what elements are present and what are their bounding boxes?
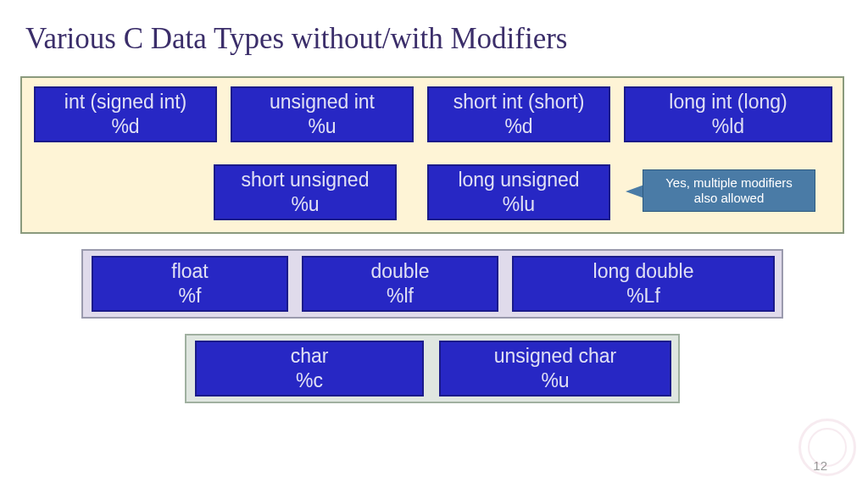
type-box-long-double: long double %Lf bbox=[512, 256, 775, 312]
type-box-char: char %c bbox=[195, 341, 424, 396]
type-format: %ld bbox=[712, 114, 744, 139]
type-name: unsigned int bbox=[270, 90, 375, 114]
callout-line: Yes, multiple modifiers bbox=[665, 175, 793, 191]
type-box-long-unsigned: long unsigned %lu bbox=[427, 164, 610, 220]
type-format: %d bbox=[504, 114, 532, 139]
callout-tail-icon bbox=[626, 185, 644, 198]
callout-line: also allowed bbox=[694, 191, 765, 206]
type-name: short int (short) bbox=[453, 90, 585, 114]
type-format: %c bbox=[296, 369, 323, 393]
type-format: %d bbox=[111, 114, 139, 139]
type-format: %Lf bbox=[626, 284, 660, 308]
callout-note: Yes, multiple modifiers also allowed bbox=[643, 169, 815, 212]
char-types-panel: char %c unsigned char %u bbox=[185, 334, 680, 403]
type-box-unsigned-int: unsigned int %u bbox=[231, 86, 414, 142]
type-format: %u bbox=[291, 192, 319, 217]
type-name: unsigned char bbox=[494, 344, 617, 369]
type-format: %f bbox=[179, 284, 202, 308]
type-box-short-unsigned: short unsigned %u bbox=[214, 164, 397, 220]
type-box-unsigned-char: unsigned char %u bbox=[439, 341, 671, 396]
slide-title: Various C Data Types without/with Modifi… bbox=[25, 22, 568, 56]
institution-seal-icon bbox=[798, 419, 856, 476]
type-box-float: float %f bbox=[92, 256, 288, 312]
type-name: double bbox=[370, 259, 429, 284]
type-name: float bbox=[171, 259, 208, 284]
type-name: long unsigned bbox=[458, 168, 579, 192]
type-name: long int (long) bbox=[669, 90, 787, 114]
type-box-double: double %lf bbox=[302, 256, 498, 312]
type-name: long double bbox=[593, 259, 694, 284]
type-box-short-int: short int (short) %d bbox=[427, 86, 610, 142]
type-name: short unsigned bbox=[242, 168, 370, 192]
type-format: %u bbox=[541, 369, 569, 393]
type-box-long-int: long int (long) %ld bbox=[624, 86, 832, 142]
type-name: int (signed int) bbox=[64, 90, 186, 114]
type-name: char bbox=[291, 344, 329, 369]
type-format: %u bbox=[308, 114, 336, 139]
float-types-panel: float %f double %lf long double %Lf bbox=[81, 249, 783, 319]
type-format: %lf bbox=[387, 284, 414, 308]
integer-types-panel: int (signed int) %d unsigned int %u shor… bbox=[20, 76, 844, 234]
type-box-int: int (signed int) %d bbox=[34, 86, 217, 142]
type-format: %lu bbox=[503, 192, 535, 217]
